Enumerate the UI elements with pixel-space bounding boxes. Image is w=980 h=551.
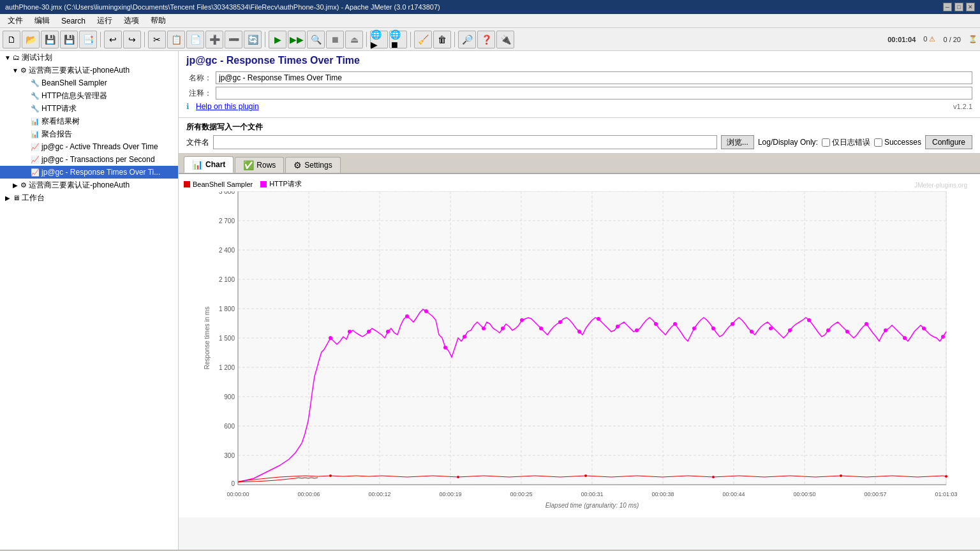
search-toolbar-button[interactable]: 🔎 <box>458 31 476 48</box>
copy-button[interactable]: 📋 <box>167 31 185 48</box>
svg-point-81 <box>584 474 587 477</box>
content-area: jp@gc - Response Times Over Time 名称： 注释：… <box>179 51 980 550</box>
chart-watermark: JMeter-plugins.org <box>914 182 967 189</box>
menu-edit[interactable]: 编辑 <box>29 14 55 27</box>
tab-settings[interactable]: ⚙ Settings <box>285 157 340 173</box>
warning-icon: ⚠ <box>929 35 935 43</box>
svg-text:00:00:12: 00:00:12 <box>368 491 390 497</box>
sidebar-item-http-mgr[interactable]: 🔧 HTTP信息头管理器 <box>0 89 178 102</box>
tab-rows[interactable]: ✅ Rows <box>235 157 284 173</box>
svg-point-77 <box>922 327 926 330</box>
svg-point-51 <box>424 309 428 313</box>
save-close-button[interactable]: 💾 <box>41 31 59 48</box>
svg-text:00:00:38: 00:00:38 <box>651 491 674 497</box>
shutdown-button[interactable]: ⏏ <box>345 31 363 48</box>
new-button[interactable]: 🗋 <box>3 31 20 48</box>
sidebar-item-view-results[interactable]: 📊 察看结果树 <box>0 115 178 128</box>
minimize-button[interactable]: ─ <box>943 3 952 11</box>
log-err-label: 仅日志错误 <box>822 137 870 148</box>
toolbar-sep6 <box>454 32 455 47</box>
log-err-checkbox[interactable] <box>822 138 830 147</box>
toolbar: 🗋 📂 💾 💾 📑 ↩ ↪ ✂ 📋 📄 ➕ ➖ 🔄 ▶ ▶▶ 🔍 ⏹ ⏏ 🌐▶ … <box>0 28 980 51</box>
svg-point-72 <box>826 328 830 332</box>
cut-button[interactable]: ✂ <box>148 31 166 48</box>
file-section-title: 所有数据写入一个文件 <box>186 122 972 133</box>
collapse-button[interactable]: ➖ <box>225 31 242 48</box>
remote-start-button[interactable]: 🌐▶ <box>370 31 388 48</box>
menu-options[interactable]: 选项 <box>119 14 144 27</box>
expand-button[interactable]: ➕ <box>205 31 223 48</box>
menu-file[interactable]: 文件 <box>3 14 28 27</box>
clear-button[interactable]: 🧹 <box>414 31 432 48</box>
window-controls: ─ □ ✕ <box>943 3 975 11</box>
title-bar: authPhone-30.jmx (C:\Users\liumingxing\D… <box>0 0 980 14</box>
sidebar-item-response-times[interactable]: 📈 jp@gc - Response Times Over Ti... <box>0 166 178 179</box>
expand-icon: ▶ <box>3 195 13 202</box>
file-section: 所有数据写入一个文件 文件名 浏览... Log/Display Only: 仅… <box>179 118 980 154</box>
legend-beanshell: BeanShell Sampler <box>184 180 253 188</box>
summary-icon: 📊 <box>31 130 40 138</box>
toggle-button[interactable]: 🔄 <box>244 31 262 48</box>
sidebar-item-transactions[interactable]: 📈 jp@gc - Transactions per Second <box>0 153 178 166</box>
svg-text:00:00:19: 00:00:19 <box>439 491 461 497</box>
stop-button[interactable]: ⏹ <box>326 31 344 48</box>
sidebar-item-summary[interactable]: 📊 聚合报告 <box>0 128 178 140</box>
menu-help[interactable]: 帮助 <box>145 14 171 27</box>
log-display-label: Log/Display Only: <box>758 138 818 147</box>
plugin-button[interactable]: 🔌 <box>496 31 514 48</box>
sidebar-item-test-plan[interactable]: ▼ 🗂 测试计划 <box>0 51 178 64</box>
sidebar-item-auth-group1[interactable]: ▼ ⚙ 运营商三要素认证-phoneAuth <box>0 64 178 77</box>
remote-stop-button[interactable]: 🌐⏹ <box>389 31 407 48</box>
main-layout: ▼ 🗂 测试计划 ▼ ⚙ 运营商三要素认证-phoneAuth 🔧 BeanSh… <box>0 51 980 550</box>
browse-button[interactable]: 浏览... <box>721 135 754 149</box>
svg-point-57 <box>539 327 543 330</box>
svg-point-78 <box>941 335 945 339</box>
undo-button[interactable]: ↩ <box>104 31 122 48</box>
tab-chart[interactable]: 📊 Chart <box>184 156 234 173</box>
name-input[interactable] <box>216 71 972 84</box>
svg-text:2 700: 2 700 <box>219 217 235 224</box>
start-button[interactable]: ▶ <box>269 31 286 48</box>
sidebar-item-workbench[interactable]: ▶ 🖥 工作台 <box>0 191 178 204</box>
open-button[interactable]: 📂 <box>22 31 40 48</box>
svg-point-66 <box>711 327 715 330</box>
save-button[interactable]: 💾 <box>60 31 78 48</box>
sidebar-item-active-threads[interactable]: 📈 jp@gc - Active Threads Over Time <box>0 140 178 153</box>
svg-point-70 <box>788 328 792 332</box>
sidebar-item-http-req[interactable]: 🔧 HTTP请求 <box>0 102 178 115</box>
svg-text:00:00:44: 00:00:44 <box>722 491 745 497</box>
menu-bar: 文件 编辑 Search 运行 选项 帮助 <box>0 14 980 28</box>
help-row: ℹ Help on this plugin v1.2.1 <box>186 102 972 111</box>
configure-button[interactable]: Configure <box>925 135 972 149</box>
spinner-icon: ⏳ <box>969 35 977 43</box>
http-req-icon: 🔧 <box>31 105 40 113</box>
close-button[interactable]: ✕ <box>966 3 975 11</box>
save-all-button[interactable]: 📑 <box>79 31 97 48</box>
panel-title: jp@gc - Response Times Over Time <box>186 55 972 66</box>
file-row: 文件名 浏览... Log/Display Only: 仅日志错误 Succes… <box>186 135 972 149</box>
help-toolbar-button[interactable]: ❓ <box>477 31 495 48</box>
success-checkbox[interactable] <box>874 138 882 147</box>
legend-http: HTTP请求 <box>260 179 302 189</box>
clear-all-button[interactable]: 🗑 <box>433 31 451 48</box>
sidebar-item-auth-group2[interactable]: ▶ ⚙ 运营商三要素认证-phoneAuth <box>0 179 178 191</box>
paste-button[interactable]: 📄 <box>186 31 204 48</box>
response-times-icon: 📈 <box>31 168 40 177</box>
svg-text:2 400: 2 400 <box>219 247 235 254</box>
help-link[interactable]: Help on this plugin <box>196 102 259 111</box>
menu-search[interactable]: Search <box>56 15 91 27</box>
toolbar-sep3 <box>265 32 265 47</box>
comment-row: 注释： <box>186 87 972 99</box>
start-no-pause-button[interactable]: ▶▶ <box>288 31 306 48</box>
comment-input[interactable] <box>216 87 972 99</box>
file-input[interactable] <box>213 135 717 149</box>
maximize-button[interactable]: □ <box>954 3 963 11</box>
validate-button[interactable]: 🔍 <box>307 31 325 48</box>
svg-point-73 <box>845 330 849 334</box>
redo-button[interactable]: ↪ <box>123 31 141 48</box>
svg-text:3 000: 3 000 <box>219 191 235 195</box>
sidebar-item-beanshell[interactable]: 🔧 BeanShell Sampler <box>0 77 178 89</box>
expand-icon: ▶ <box>10 182 20 189</box>
menu-run[interactable]: 运行 <box>92 14 117 27</box>
warning-count: 0 ⚠ <box>923 35 935 43</box>
